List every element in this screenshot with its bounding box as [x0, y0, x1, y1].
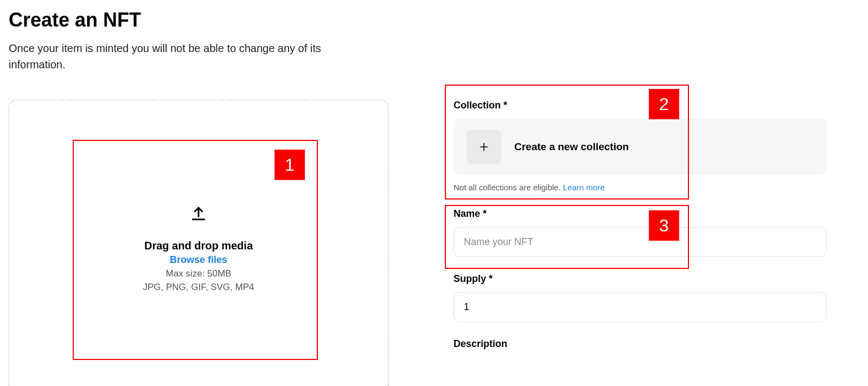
- collection-field-group: Collection * Create a new collection Not…: [454, 100, 827, 192]
- media-dropzone[interactable]: Drag and drop media Browse files Max siz…: [9, 100, 388, 386]
- name-field-group: Name *: [454, 208, 827, 257]
- dropzone-title: Drag and drop media: [144, 240, 253, 252]
- description-label: Description: [454, 338, 827, 350]
- supply-field-group: Supply *: [454, 273, 827, 322]
- page-subtitle: Once your item is minted you will not be…: [9, 40, 334, 73]
- learn-more-link[interactable]: Learn more: [563, 183, 605, 192]
- create-collection-text: Create a new collection: [514, 141, 629, 153]
- create-collection-button[interactable]: Create a new collection: [454, 119, 827, 175]
- marker-1: 1: [275, 150, 305, 180]
- marker-2: 2: [649, 89, 679, 119]
- page-title: Create an NFT: [9, 9, 859, 31]
- dropzone-maxsize: Max size: 50MB: [166, 268, 232, 279]
- browse-files-link[interactable]: Browse files: [170, 254, 227, 266]
- supply-label: Supply *: [454, 273, 827, 285]
- collection-label: Collection *: [454, 100, 827, 111]
- collection-help: Not all collections are eligible. Learn …: [454, 183, 827, 192]
- collection-help-prefix: Not all collections are eligible.: [454, 183, 563, 192]
- name-label: Name *: [454, 208, 827, 220]
- description-field-group: Description: [454, 338, 827, 350]
- dropzone-formats: JPG, PNG, GIF, SVG, MP4: [143, 282, 254, 293]
- marker-3: 3: [649, 210, 679, 241]
- name-input[interactable]: [454, 227, 827, 257]
- supply-input[interactable]: [454, 292, 827, 322]
- upload-icon: [190, 205, 207, 224]
- plus-icon: [467, 130, 501, 164]
